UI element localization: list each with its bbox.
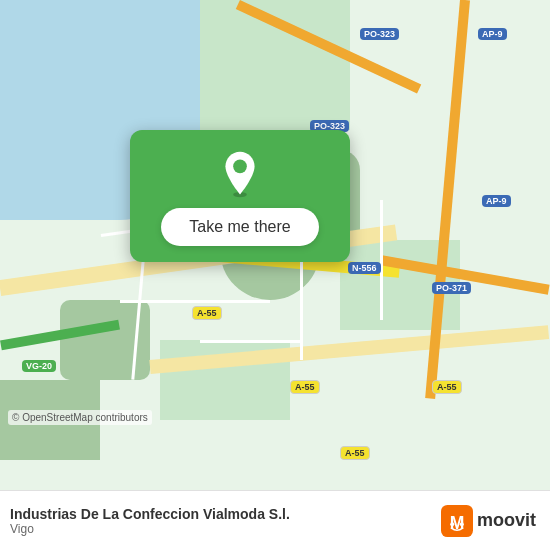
svg-point-4 <box>450 522 454 526</box>
road-label-ap9-1: AP-9 <box>478 28 507 40</box>
navigation-card: Take me there <box>130 130 350 262</box>
take-me-there-button[interactable]: Take me there <box>161 208 318 246</box>
road-label-ap9-2: AP-9 <box>482 195 511 207</box>
place-name: Industrias De La Confeccion Vialmoda S.l… <box>10 506 290 522</box>
road-label-a55-3: A-55 <box>432 380 462 394</box>
moovit-brand-text: moovit <box>477 510 536 531</box>
location-pin-icon <box>216 150 264 198</box>
road-label-po323-1: PO-323 <box>360 28 399 40</box>
road-label-a55-1: A-55 <box>192 306 222 320</box>
svg-point-1 <box>233 159 247 173</box>
map-attribution: © OpenStreetMap contributors <box>8 410 152 425</box>
road-label-po371: PO-371 <box>432 282 471 294</box>
moovit-brand-icon: M <box>441 505 473 537</box>
road-white-4 <box>200 340 300 343</box>
road-label-a55-4: A-55 <box>340 446 370 460</box>
moovit-logo: M moovit <box>441 505 536 537</box>
road-white-6 <box>380 200 383 320</box>
place-info: Industrias De La Confeccion Vialmoda S.l… <box>10 506 290 536</box>
road-white-5 <box>300 260 303 360</box>
road-label-vg20: VG-20 <box>22 360 56 372</box>
svg-point-5 <box>460 522 464 526</box>
road-label-n556: N-556 <box>348 262 381 274</box>
road-white-3 <box>120 300 270 303</box>
road-label-a55-2: A-55 <box>290 380 320 394</box>
bottom-bar: Industrias De La Confeccion Vialmoda S.l… <box>0 490 550 550</box>
map-container: PO-323 AP-9 PO-323 AP-9 N-556 PO-371 A-5… <box>0 0 550 490</box>
place-city: Vigo <box>10 522 290 536</box>
